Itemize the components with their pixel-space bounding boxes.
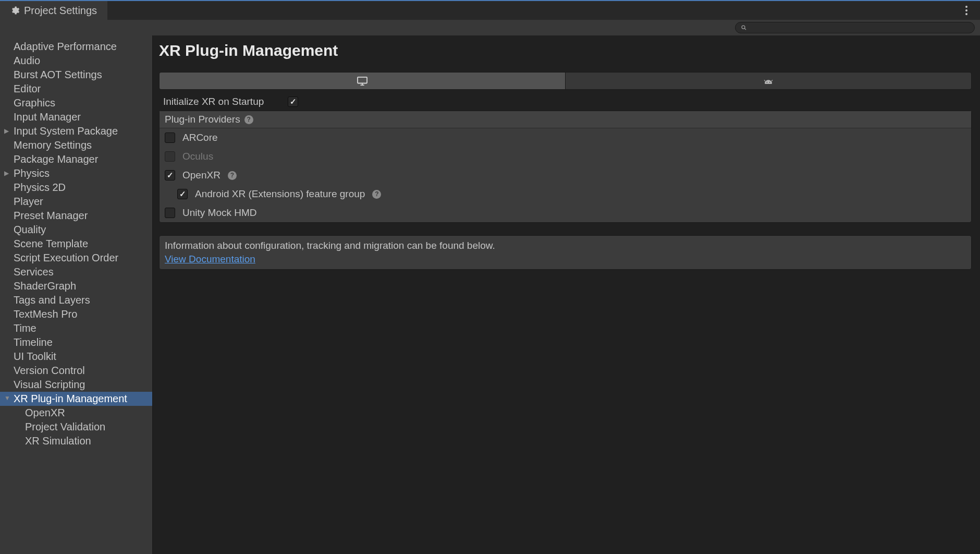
sidebar-item-label: Time <box>14 322 36 335</box>
sidebar-item[interactable]: Timeline <box>0 335 152 350</box>
window-tab[interactable]: Project Settings <box>0 1 107 20</box>
sidebar-item-label: Quality <box>14 223 46 236</box>
sidebar-item[interactable]: Burst AOT Settings <box>0 68 152 82</box>
sidebar-item-label: OpenXR <box>25 406 65 419</box>
provider-checkbox[interactable] <box>165 133 175 143</box>
provider-row: Oculus <box>160 147 971 166</box>
help-icon[interactable]: ? <box>372 190 381 199</box>
sidebar-item[interactable]: Version Control <box>0 364 152 378</box>
sidebar-item[interactable]: Time <box>0 321 152 335</box>
provider-label: Oculus <box>182 151 213 162</box>
documentation-info: Information about configuration, trackin… <box>159 235 972 270</box>
plugin-providers-header: Plug-in Providers ? <box>160 111 971 128</box>
sidebar-item[interactable]: TextMesh Pro <box>0 307 152 321</box>
context-menu-button[interactable] <box>961 2 972 19</box>
info-text: Information about configuration, trackin… <box>165 240 966 251</box>
sidebar-item[interactable]: XR Simulation <box>0 434 152 448</box>
sidebar-item-label: Input System Package <box>14 125 118 138</box>
sidebar-item-label: Memory Settings <box>14 139 92 152</box>
sidebar-item-label: Input Manager <box>14 111 81 124</box>
sidebar-item-label: XR Plug-in Management <box>14 392 127 405</box>
sidebar-item-label: Preset Manager <box>14 209 88 222</box>
sidebar-item-label: ShaderGraph <box>14 280 76 293</box>
svg-line-1 <box>744 28 746 30</box>
provider-row: ARCore <box>160 128 971 147</box>
sidebar-item-label: Scene Template <box>14 237 88 250</box>
sidebar-item-label: Graphics <box>14 97 55 110</box>
android-icon <box>763 77 774 85</box>
initialize-xr-label: Initialize XR on Startup <box>163 96 280 107</box>
search-input[interactable] <box>735 22 975 33</box>
provider-label: Android XR (Extensions) feature group <box>195 188 365 200</box>
help-icon[interactable]: ? <box>244 115 253 124</box>
sidebar-item-label: Editor <box>14 82 41 95</box>
sidebar-item[interactable]: ▶Physics <box>0 166 152 180</box>
sidebar-item[interactable]: Adaptive Performance <box>0 40 152 54</box>
sidebar-item[interactable]: Tags and Layers <box>0 293 152 307</box>
sidebar-item[interactable]: Scene Template <box>0 237 152 251</box>
sidebar-item[interactable]: Script Execution Order <box>0 251 152 265</box>
provider-checkbox[interactable] <box>165 208 175 218</box>
svg-point-5 <box>767 82 768 83</box>
plugin-providers-label: Plug-in Providers <box>165 114 240 125</box>
provider-label: Unity Mock HMD <box>182 207 257 219</box>
sidebar-item-label: UI Toolkit <box>14 350 56 363</box>
provider-row: Android XR (Extensions) feature group? <box>160 185 971 203</box>
sidebar-item[interactable]: Physics 2D <box>0 180 152 195</box>
svg-point-0 <box>742 26 745 29</box>
sidebar-item-label: Player <box>14 195 43 208</box>
svg-rect-2 <box>358 77 367 83</box>
sidebar-item[interactable]: Quality <box>0 223 152 237</box>
gear-icon <box>10 6 20 15</box>
provider-checkbox[interactable] <box>165 170 175 180</box>
sidebar-item[interactable]: Preset Manager <box>0 209 152 223</box>
sidebar-item-label: TextMesh Pro <box>14 308 77 321</box>
sidebar-item[interactable]: UI Toolkit <box>0 350 152 364</box>
sidebar-item-label: Services <box>14 266 54 279</box>
main-panel: XR Plug-in Management Initialize XR on S… <box>153 35 980 554</box>
sidebar-item-label: Physics <box>14 167 50 180</box>
provider-row: Unity Mock HMD <box>160 203 971 222</box>
sidebar-item[interactable]: Graphics <box>0 96 152 110</box>
sidebar-item[interactable]: Project Validation <box>0 420 152 434</box>
sidebar-item[interactable]: ▶Input System Package <box>0 124 152 138</box>
svg-point-6 <box>769 82 770 83</box>
sidebar-item-label: Version Control <box>14 364 85 377</box>
platform-tab-android[interactable] <box>565 73 971 89</box>
provider-label: OpenXR <box>182 170 220 181</box>
titlebar: Project Settings <box>0 0 980 20</box>
sidebar-item[interactable]: Player <box>0 195 152 209</box>
view-documentation-link[interactable]: View Documentation <box>165 254 255 264</box>
sidebar-item-label: Package Manager <box>14 153 98 166</box>
sidebar-item[interactable]: ▼XR Plug-in Management <box>0 392 152 406</box>
monitor-icon <box>357 76 368 86</box>
sidebar-item[interactable]: OpenXR <box>0 406 152 420</box>
sidebar-item[interactable]: Editor <box>0 82 152 96</box>
initialize-xr-row: Initialize XR on Startup <box>159 93 972 111</box>
toolbar <box>0 20 980 35</box>
sidebar-item-label: XR Simulation <box>25 435 91 448</box>
sidebar-item-label: Script Execution Order <box>14 251 118 264</box>
sidebar-item[interactable]: Input Manager <box>0 110 152 124</box>
sidebar-item[interactable]: Package Manager <box>0 152 152 166</box>
caret-right-icon: ▶ <box>4 125 11 138</box>
initialize-xr-checkbox[interactable] <box>288 97 298 107</box>
sidebar-item[interactable]: ShaderGraph <box>0 279 152 293</box>
platform-tab-standalone[interactable] <box>160 73 565 89</box>
search-icon <box>741 25 747 31</box>
sidebar-item-label: Project Validation <box>25 420 105 433</box>
sidebar-item[interactable]: Audio <box>0 54 152 68</box>
sidebar-item[interactable]: Visual Scripting <box>0 378 152 392</box>
provider-label: ARCore <box>182 132 218 143</box>
sidebar-item-label: Tags and Layers <box>14 294 90 307</box>
provider-checkbox[interactable] <box>177 189 188 199</box>
caret-down-icon: ▼ <box>4 392 11 405</box>
help-icon[interactable]: ? <box>228 171 237 180</box>
provider-row: OpenXR? <box>160 166 971 185</box>
caret-right-icon: ▶ <box>4 167 11 180</box>
sidebar-item[interactable]: Memory Settings <box>0 138 152 152</box>
sidebar-item-label: Audio <box>14 54 40 67</box>
page-title: XR Plug-in Management <box>159 42 972 59</box>
sidebar-item[interactable]: Services <box>0 265 152 279</box>
sidebar-item-label: Timeline <box>14 336 53 349</box>
